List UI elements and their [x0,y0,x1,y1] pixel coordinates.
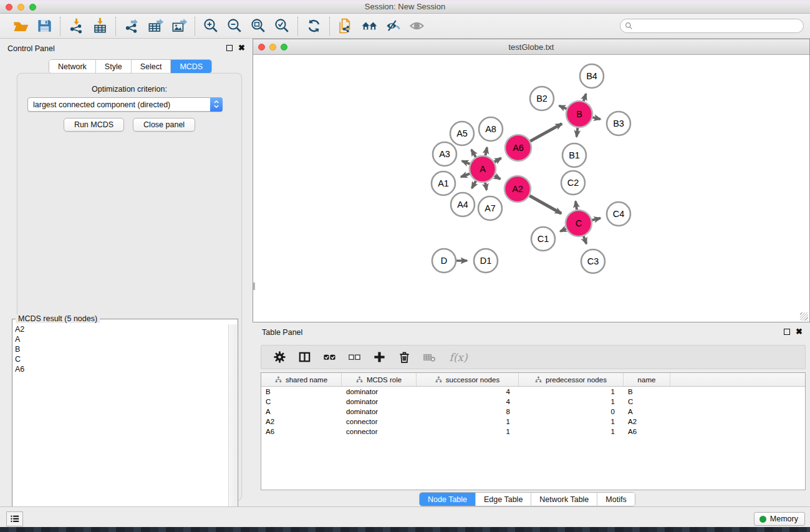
column-header-predecessor-nodes[interactable]: predecessor nodes [519,373,624,386]
edge-A-A8[interactable] [485,147,487,155]
tab-style[interactable]: Style [96,60,132,73]
node-C4[interactable]: C4 [607,202,630,226]
node-D1[interactable]: D1 [474,249,498,273]
search-input[interactable] [620,19,804,33]
network-canvas[interactable]: B4B2BB3A5A8A6A3B1AA1C2A2A4A7C4CC1DD1C3 [253,55,809,322]
edge-A-A1[interactable] [461,174,470,177]
edge-A2-C[interactable] [529,196,561,214]
node-A4[interactable]: A4 [451,193,475,216]
result-item[interactable]: B [15,344,228,354]
edge-A-A4[interactable] [472,181,476,188]
export-table-icon[interactable] [146,17,165,36]
network-graph[interactable]: B4B2BB3A5A8A6A3B1AA1C2A2A4A7C4CC1DD1C3 [253,55,809,322]
node-B4[interactable]: B4 [580,64,604,88]
edge-A-A3[interactable] [462,161,470,164]
node-A1[interactable]: A1 [432,172,455,195]
edge-B-B4[interactable] [584,94,586,102]
close-panel-button[interactable]: Close panel [133,118,195,132]
float-table-panel-icon[interactable] [784,329,790,335]
edge-A-A6[interactable] [494,158,501,162]
node-A2[interactable]: A2 [504,176,531,202]
delete-table-icon[interactable] [421,349,437,365]
table-row[interactable]: Adominator80A [261,407,805,417]
optimization-criterion-dropdown[interactable]: largest connected component (directed) [27,97,223,112]
node-table[interactable]: shared nameMCDS rolesuccessor nodesprede… [261,372,806,490]
resize-grip-icon[interactable] [800,312,808,321]
tab-select[interactable]: Select [132,60,171,73]
open-folder-icon[interactable] [11,17,30,36]
export-network-icon[interactable] [122,17,141,36]
zoom-out-icon[interactable] [225,17,244,36]
mcds-result-list[interactable]: A2ABCA6 [13,324,228,529]
select-all-icon[interactable] [321,349,337,365]
delete-column-icon[interactable] [396,349,412,365]
home-icon[interactable] [360,17,378,36]
table-row[interactable]: Bdominator41B [261,387,805,397]
result-item[interactable]: A2 [15,324,228,334]
run-mcds-button[interactable]: Run MCDS [64,118,124,132]
node-A5[interactable]: A5 [450,122,474,145]
edge-C-C1[interactable] [561,229,566,231]
table-row[interactable]: A6connector11A6 [261,427,805,437]
tab-edge-table[interactable]: Edge Table [476,493,531,506]
tab-node-table[interactable]: Node Table [420,493,476,506]
table-row[interactable]: Cdominator41C [261,397,805,407]
node-A6[interactable]: A6 [505,135,531,161]
column-header-name[interactable]: name [624,373,670,386]
edge-B-B3[interactable] [592,117,600,119]
export-image-icon[interactable] [170,17,188,36]
tab-network[interactable]: Network [49,60,96,73]
node-B[interactable]: B [566,101,592,127]
zoom-in-icon[interactable] [201,17,220,36]
node-C[interactable]: C [566,210,592,236]
eye-icon[interactable] [407,17,426,36]
column-header-shared-name[interactable]: shared name [261,373,342,386]
node-A[interactable]: A [470,156,496,182]
node-B2[interactable]: B2 [530,87,554,110]
network-window-titlebar[interactable]: testGlobe.txt [253,39,809,55]
add-column-icon[interactable] [371,349,387,365]
deselect-all-icon[interactable] [346,349,362,365]
result-item[interactable]: A [15,334,228,344]
close-table-panel-icon[interactable]: ✖ [796,329,803,335]
node-B1[interactable]: B1 [562,143,586,167]
edge-A-A2[interactable] [494,176,500,179]
edge-C-C2[interactable] [576,201,577,210]
result-item[interactable]: C [15,354,228,364]
edge-B-B2[interactable] [559,106,567,109]
table-row[interactable]: A2connector11A2 [261,417,805,427]
tab-motifs[interactable]: Motifs [597,493,634,506]
zoom-fit-icon[interactable] [249,17,268,36]
column-header-successor-nodes[interactable]: successor nodes [417,373,519,386]
function-icon[interactable]: f(x) [446,349,471,365]
network-document-icon[interactable] [336,17,355,36]
node-A8[interactable]: A8 [479,117,503,141]
result-item[interactable]: A6 [15,364,228,374]
settings-gear-icon[interactable] [271,349,287,365]
edge-C-C3[interactable] [584,236,587,244]
column-header-MCDS-role[interactable]: MCDS role [342,373,417,386]
tab-mcds[interactable]: MCDS [171,60,211,73]
edge-C-C4[interactable] [592,218,600,220]
edge-B-B1[interactable] [577,128,578,137]
float-panel-icon[interactable] [226,45,233,51]
memory-button[interactable]: Memory [754,512,805,526]
edge-A6-B[interactable] [530,123,562,141]
zoom-selected-icon[interactable] [272,17,291,36]
edge-A-A5[interactable] [471,150,476,157]
edge-A-A7[interactable] [485,183,486,190]
node-C1[interactable]: C1 [531,227,555,251]
import-table-icon[interactable] [90,17,109,36]
task-history-button[interactable] [6,511,23,526]
node-D[interactable]: D [432,249,456,273]
node-B3[interactable]: B3 [607,112,630,135]
node-A7[interactable]: A7 [478,196,502,220]
columns-icon[interactable] [296,349,312,365]
hide-annotations-icon[interactable] [383,17,402,36]
node-C3[interactable]: C3 [581,249,605,273]
result-scrollbar[interactable] [228,324,237,529]
tab-network-table[interactable]: Network Table [531,493,597,506]
node-C2[interactable]: C2 [561,171,585,195]
close-panel-icon[interactable]: ✖ [238,45,245,51]
refresh-icon[interactable] [304,17,323,36]
